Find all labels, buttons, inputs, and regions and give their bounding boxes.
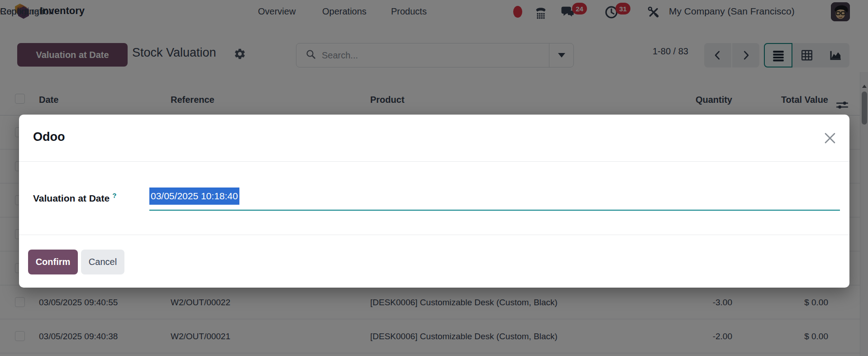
valuation-date-label-text: Valuation at Date: [33, 193, 110, 203]
dialog-header: Odoo: [19, 115, 849, 162]
valuation-date-label: Valuation at Date?: [33, 192, 116, 204]
confirm-button[interactable]: Confirm: [28, 250, 78, 274]
dialog-footer: Confirm Cancel: [19, 235, 849, 288]
selected-datetime-text: 03/05/2025 10:18:40: [149, 188, 239, 205]
valuation-date-input[interactable]: 03/05/2025 10:18:40: [149, 183, 840, 211]
cancel-button[interactable]: Cancel: [81, 250, 124, 274]
close-icon[interactable]: [822, 131, 838, 146]
dialog-body: Valuation at Date? 03/05/2025 10:18:40: [19, 162, 849, 235]
valuation-dialog: Odoo Valuation at Date? 03/05/2025 10:18…: [19, 115, 849, 288]
odoo-inventory-screen: Inventory Overview Operations Products R…: [0, 0, 868, 356]
dialog-title: Odoo: [33, 130, 65, 144]
help-question-icon[interactable]: ?: [112, 192, 116, 199]
